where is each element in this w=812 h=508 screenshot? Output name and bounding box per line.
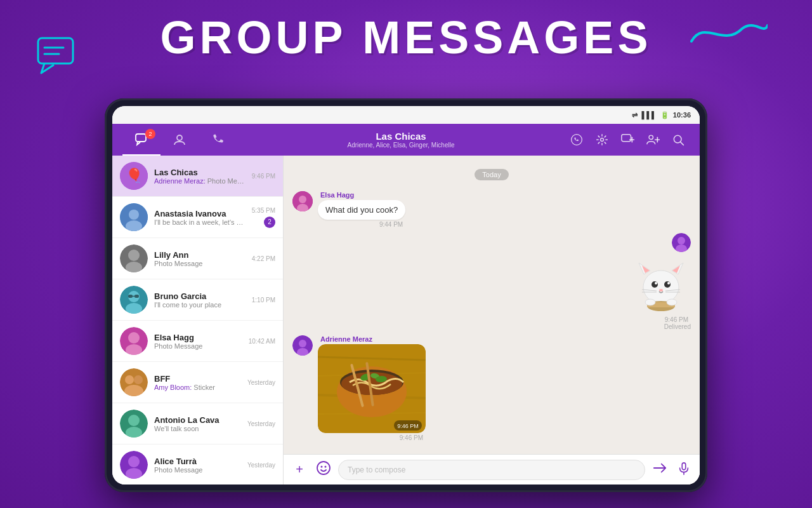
add-member-button[interactable] bbox=[641, 128, 664, 151]
send-button[interactable] bbox=[650, 461, 669, 478]
svg-point-64 bbox=[645, 299, 655, 305]
contact-time: Yesterday bbox=[247, 462, 275, 469]
contact-preview: I'll come to your place bbox=[154, 301, 246, 309]
status-bar: ⇌ ▌▌▌ 🔋 10:36 bbox=[112, 106, 700, 124]
message-time: 9:44 PM bbox=[318, 221, 405, 228]
status-time: 10:36 bbox=[673, 111, 691, 119]
svg-point-55 bbox=[655, 282, 657, 284]
message-row: Elsa Hagg What did you cook? 9:44 PM bbox=[292, 191, 405, 228]
page-title: GROUP MESSAGES bbox=[0, 11, 812, 64]
tablet-frame: ⇌ ▌▌▌ 🔋 10:36 2 bbox=[105, 98, 707, 492]
contact-info: Bruno Garcia I'll come to your place bbox=[154, 291, 246, 309]
tab-contacts[interactable] bbox=[160, 124, 199, 156]
compose-placeholder: Type to compose bbox=[348, 465, 405, 474]
message-time: 9:46 PM bbox=[665, 316, 691, 323]
contact-list: 🎈 Las Chicas Adrienne Meraz: Photo Messa… bbox=[112, 156, 284, 485]
date-separator: Today bbox=[292, 168, 691, 180]
contact-time: 9:46 PM bbox=[252, 173, 275, 180]
wifi-icon: ⇌ bbox=[632, 111, 638, 119]
svg-point-18 bbox=[129, 210, 139, 220]
compose-input[interactable]: Type to compose bbox=[338, 460, 645, 480]
search-button[interactable] bbox=[667, 128, 690, 151]
chat-members: Adrienne, Alice, Elsa, Ginger, Michelle bbox=[237, 142, 565, 149]
contact-name: BFF bbox=[154, 374, 241, 384]
add-button[interactable]: + bbox=[290, 462, 309, 477]
contact-item[interactable]: Elsa Hagg Photo Message 10:42 AM bbox=[112, 321, 283, 362]
message-status: Delivered bbox=[664, 323, 691, 330]
contact-name: Elsa Hagg bbox=[154, 333, 242, 342]
contact-meta: 9:46 PM bbox=[252, 173, 275, 180]
contact-time: Yesterday bbox=[247, 420, 275, 427]
chat-area: Today El bbox=[284, 156, 700, 485]
settings-button[interactable] bbox=[591, 128, 613, 151]
contact-meta: 5:35 PM 2 bbox=[252, 207, 275, 228]
contact-meta: Yesterday bbox=[247, 379, 275, 386]
contact-item[interactable]: Alice Turrà Photo Message Yesterday bbox=[112, 444, 283, 485]
message-avatar bbox=[292, 335, 313, 356]
contact-time: 1:10 PM bbox=[252, 297, 275, 304]
add-chat-button[interactable] bbox=[616, 128, 639, 151]
main-split: 🎈 Las Chicas Adrienne Meraz: Photo Messa… bbox=[112, 156, 700, 485]
svg-point-53 bbox=[652, 281, 658, 288]
input-bar: + Type to compose bbox=[284, 454, 700, 485]
contact-meta: 4:22 PM bbox=[252, 255, 275, 262]
contact-info: Elsa Hagg Photo Message bbox=[154, 333, 242, 350]
svg-point-85 bbox=[321, 466, 323, 468]
contact-time: 10:42 AM bbox=[249, 338, 275, 345]
svg-rect-26 bbox=[128, 295, 133, 298]
contact-preview: Amy Bloom: Sticker bbox=[154, 384, 241, 391]
sticker-button[interactable] bbox=[314, 460, 333, 479]
svg-point-56 bbox=[667, 282, 670, 284]
svg-point-37 bbox=[128, 415, 140, 426]
contact-time: Yesterday bbox=[247, 379, 275, 386]
contact-avatar bbox=[120, 203, 148, 231]
nav-center: Las Chicas Adrienne, Alice, Elsa, Ginger… bbox=[237, 131, 565, 149]
call-button[interactable] bbox=[565, 128, 588, 151]
nav-right-icons bbox=[565, 128, 690, 151]
contact-avatar bbox=[120, 451, 148, 479]
contact-info: Alice Turrà Photo Message bbox=[154, 457, 241, 474]
message-content: Adrienne Meraz bbox=[318, 335, 426, 441]
svg-point-65 bbox=[667, 299, 677, 305]
contact-time: 5:35 PM bbox=[252, 207, 275, 214]
contact-preview: Photo Message bbox=[154, 342, 242, 350]
contact-meta: 1:10 PM bbox=[252, 297, 275, 304]
tab-calls[interactable] bbox=[199, 124, 237, 156]
contact-item[interactable]: Antonio La Cava We'll talk soon Yesterda… bbox=[112, 403, 283, 444]
mic-button[interactable] bbox=[674, 462, 693, 478]
contact-meta: 10:42 AM bbox=[249, 338, 275, 345]
photo-message: 9:46 PM bbox=[318, 344, 426, 433]
outgoing-avatar bbox=[672, 233, 691, 252]
svg-point-67 bbox=[299, 340, 306, 347]
svg-rect-27 bbox=[134, 295, 139, 298]
svg-text:🎈: 🎈 bbox=[126, 167, 143, 184]
svg-rect-3 bbox=[136, 134, 146, 142]
contact-avatar bbox=[120, 327, 148, 355]
svg-point-21 bbox=[128, 250, 140, 261]
contact-item[interactable]: BFF Amy Bloom: Sticker Yesterday bbox=[112, 362, 283, 403]
contact-item[interactable]: Bruno Garcia I'll come to your place 1:1… bbox=[112, 279, 283, 321]
preview-text: Sticker bbox=[193, 384, 215, 391]
svg-point-48 bbox=[643, 271, 679, 304]
date-label: Today bbox=[475, 169, 508, 180]
tab-messages[interactable]: 2 bbox=[122, 124, 160, 156]
message-row: 9:46 PM Delivered bbox=[631, 233, 691, 330]
contact-preview: We'll talk soon bbox=[154, 425, 241, 432]
contact-item[interactable]: 🎈 Las Chicas Adrienne Meraz: Photo Messa… bbox=[112, 156, 283, 197]
group-avatar bbox=[120, 368, 148, 396]
svg-point-5 bbox=[572, 135, 582, 145]
contact-name: Lilly Ann bbox=[154, 250, 246, 260]
message-bubble: What did you cook? bbox=[318, 200, 405, 220]
sticker-message: 9:46 PM Delivered bbox=[631, 233, 691, 330]
preview-sender: Amy Bloom: bbox=[154, 384, 193, 391]
contact-item[interactable]: Anastasia Ivanova I'll be back in a week… bbox=[112, 197, 283, 238]
contact-name: Alice Turrà bbox=[154, 457, 241, 466]
contact-info: Anastasia Ivanova I'll be back in a week… bbox=[154, 209, 246, 226]
contact-avatar bbox=[120, 244, 148, 272]
contact-meta: Yesterday bbox=[247, 420, 275, 427]
message-avatar bbox=[292, 191, 313, 211]
contact-item[interactable]: Lilly Ann Photo Message 4:22 PM bbox=[112, 238, 283, 279]
svg-point-57 bbox=[659, 289, 663, 291]
svg-point-34 bbox=[134, 375, 143, 384]
signal-icon: ▌▌▌ bbox=[641, 111, 656, 119]
